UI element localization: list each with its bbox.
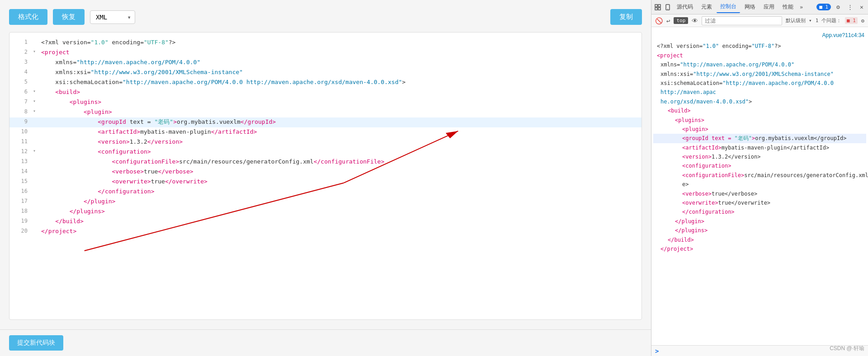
code-line-1: 1 <?xml version="1.0" encoding="UTF-8"?> — [9, 38, 642, 48]
code-line-13: 13 <configurationFile>src/main/resources… — [9, 157, 642, 167]
devtools-panel: 源代码 元素 控制台 网络 应用 性能 » ■ 1 ⚙ ⋮ ✕ 🚫 ↩ top … — [651, 0, 868, 356]
code-line-14: 14 <verbose>true</verbose> — [9, 167, 642, 177]
console-filter-input[interactable] — [702, 16, 782, 25]
console-line-groupid: <groupId text = "老码">org.mybatis.vuexlm<… — [653, 134, 866, 143]
submit-button[interactable]: 提交新代码块 — [9, 335, 63, 351]
devtools-more-icon[interactable]: » — [798, 3, 805, 11]
code-line-8: 8 ▾ <plugin> — [9, 108, 642, 117]
block-icon[interactable]: 🚫 — [655, 17, 663, 24]
editor-toolbar: 格式化 恢复 XML 复制 — [9, 9, 642, 25]
tab-application[interactable]: 应用 — [760, 1, 778, 13]
console-line-xml: <?xml version="1.0" encoding="UTF-8"?> — [653, 42, 866, 51]
console-line-conffile2: e> — [653, 180, 866, 189]
console-line-conf-close: </configuration> — [653, 207, 866, 216]
code-line-17: 17 </plugin> — [9, 197, 642, 207]
console-line-plugins: <plugins> — [653, 116, 866, 125]
eye-icon[interactable]: 👁 — [692, 17, 698, 24]
format-button[interactable]: 格式化 — [9, 9, 47, 25]
copy-button[interactable]: 复制 — [610, 9, 642, 25]
tab-element[interactable]: 元素 — [698, 1, 716, 13]
code-line-9: 9 <groupId text = "老码">org.mybatis.vuexl… — [9, 117, 642, 127]
code-line-18: 18 </plugins> — [9, 207, 642, 217]
svg-rect-5 — [658, 5, 660, 7]
devtools-inspect-icon[interactable] — [653, 3, 662, 12]
issues-count-label: 1 个问题： — [816, 17, 841, 24]
watermark: CSDN @·轩瑜 — [830, 345, 864, 352]
console-line-conffile: <configurationFile>src/main/resources/ge… — [653, 171, 866, 180]
code-line-6: 6 ▾ <build> — [9, 88, 642, 98]
tab-performance[interactable]: 性能 — [779, 1, 797, 13]
code-line-3: 3 xmlns="http://maven.apache.org/POM/4.0… — [9, 58, 642, 68]
tab-console[interactable]: 控制台 — [717, 1, 740, 13]
devtools-settings-icon[interactable]: ⚙ — [834, 3, 843, 12]
console-source-link[interactable]: App.vue?11c4:34 — [822, 31, 864, 40]
console-line-xmlns: xmlns="http://maven.apache.org/POM/4.0.0… — [653, 60, 866, 69]
console-line-build-close: </build> — [653, 235, 866, 244]
devtools-dots-icon[interactable]: ⋮ — [845, 3, 854, 12]
console-line-xmlns-xsi: xmlns:xsi="http://www.w3.org/2001/XMLSch… — [653, 70, 866, 79]
code-line-4: 4 xmlns:xsi="http://www.w3.org/2001/XMLS… — [9, 68, 642, 78]
devtools-device-icon[interactable] — [663, 3, 672, 12]
code-line-20: 20 </project> — [9, 227, 642, 237]
format-select[interactable]: XML — [90, 10, 135, 24]
console-line-project-close: </project> — [653, 244, 866, 253]
console-line-schema: xsi:schemaLocation="http://maven.apache.… — [653, 79, 866, 97]
restore-button[interactable]: 恢复 — [53, 9, 85, 25]
code-line-10: 10 <artifactId>mybatis-maven-plugin</art… — [9, 127, 642, 137]
console-line-version: <version>1.3.2</version> — [653, 152, 866, 161]
console-line-overwrite: <overwrite>true</overwrite> — [653, 198, 866, 207]
svg-rect-6 — [655, 8, 657, 10]
devtools-close-icon[interactable]: ✕ — [857, 3, 866, 12]
code-line-2: 2 ▾ <project — [9, 48, 642, 58]
svg-rect-7 — [658, 8, 660, 10]
devtools-badge: ■ 1 — [816, 4, 831, 10]
console-line-schema2: he.org/xsd/maven-4.0.0.xsd"> — [653, 97, 866, 106]
code-line-7: 7 ▾ <plugins> — [9, 98, 642, 108]
console-line-build: <build> — [653, 106, 866, 115]
code-line-5: 5 xsi:schemaLocation="http://maven.apach… — [9, 78, 642, 88]
console-line-artifactid: <artifactId>mybatis-maven-plugin</artifa… — [653, 143, 866, 152]
issues-badge: ■ 1 — [845, 17, 858, 24]
code-line-12: 12 ▾ <configuration> — [9, 147, 642, 157]
format-select-value: XML — [96, 14, 107, 21]
console-line-project: <project — [653, 51, 866, 60]
console-line-plugin-close: </plugin> — [653, 217, 866, 226]
code-line-15: 15 <overwrite>true</overwrite> — [9, 177, 642, 187]
tab-source[interactable]: 源代码 — [673, 1, 697, 13]
svg-point-9 — [667, 9, 668, 9]
console-toolbar: 🚫 ↩ top 👁 默认级别 ▾ 1 个问题： ■ 1 ⚙ — [651, 14, 868, 27]
code-editor[interactable]: 1 <?xml version="1.0" encoding="UTF-8"?>… — [9, 32, 642, 320]
console-line-verbose: <verbose>true</verbose> — [653, 189, 866, 198]
console-line-plugin: <plugin> — [653, 125, 866, 134]
console-gear-icon[interactable]: ⚙ — [861, 18, 864, 24]
console-line-configuration: <configuration> — [653, 161, 866, 170]
default-level-dropdown[interactable]: 默认级别 ▾ — [786, 17, 811, 24]
console-line-plugins-close: </plugins> — [653, 226, 866, 235]
code-line-11: 11 <version>1.3.2</version> — [9, 137, 642, 147]
devtools-tabs: 源代码 元素 控制台 网络 应用 性能 » ■ 1 ⚙ ⋮ ✕ — [651, 0, 868, 14]
top-context[interactable]: top — [674, 17, 688, 24]
back-icon[interactable]: ↩ — [666, 17, 670, 24]
code-line-16: 16 </configuration> — [9, 187, 642, 197]
code-line-19: 19 </build> — [9, 217, 642, 227]
console-content[interactable]: App.vue?11c4:34 <?xml version="1.0" enco… — [651, 27, 868, 345]
bottom-bar: 提交新代码块 — [0, 329, 651, 356]
tab-network[interactable]: 网络 — [741, 1, 759, 13]
svg-rect-4 — [655, 5, 657, 7]
console-prompt-icon[interactable]: > — [655, 347, 659, 355]
